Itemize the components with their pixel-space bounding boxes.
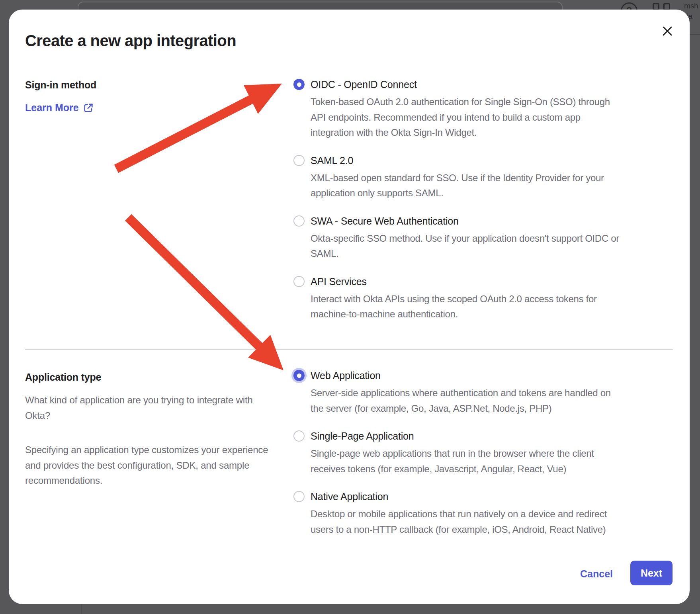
- signin-method-radio-group: OIDC - OpenID Connect Token-based OAuth …: [293, 78, 624, 335]
- radio-option-label: Web Application: [311, 369, 624, 382]
- radio-option-api-services[interactable]: API Services Interact with Okta APIs usi…: [293, 275, 624, 322]
- learn-more-label: Learn More: [25, 102, 79, 113]
- radio-option-description: Single-page web applications that run in…: [311, 446, 624, 477]
- radio-option-label: Single-Page Application: [311, 429, 624, 443]
- account-text-line1: msh: [684, 2, 698, 10]
- radio-option-description: Desktop or mobile applications that run …: [311, 506, 624, 537]
- radio-selected-icon[interactable]: [293, 370, 305, 381]
- radio-option-description: Okta-specific SSO method. Use if your ap…: [311, 231, 624, 262]
- radio-option-label: API Services: [311, 275, 624, 288]
- section-divider: [25, 349, 673, 350]
- radio-option-single-page-application[interactable]: Single-Page Application Single-page web …: [293, 429, 624, 477]
- create-app-integration-modal: Create a new app integration Sign-in met…: [9, 10, 690, 604]
- radio-option-label: SWA - Secure Web Authentication: [311, 214, 624, 228]
- radio-option-description: XML-based open standard for SSO. Use if …: [311, 170, 624, 201]
- application-type-radio-group: Web Application Server-side applications…: [293, 369, 624, 550]
- close-button[interactable]: [660, 24, 675, 38]
- screen: ? msh kta Create a new app integration S…: [0, 0, 700, 614]
- application-type-label: Application type: [25, 370, 101, 384]
- radio-option-native-application[interactable]: Native Application Desktop or mobile app…: [293, 490, 624, 537]
- radio-unselected-icon[interactable]: [293, 276, 305, 287]
- radio-unselected-icon[interactable]: [293, 215, 305, 227]
- radio-option-label: Native Application: [311, 490, 624, 503]
- background-sidebar-divider: [81, 604, 82, 614]
- learn-more-link[interactable]: Learn More: [25, 102, 94, 113]
- radio-option-description: Server-side applications where authentic…: [311, 385, 624, 416]
- application-type-description-2: Specifying an application type customize…: [25, 442, 270, 489]
- radio-unselected-icon[interactable]: [293, 491, 305, 502]
- cancel-button[interactable]: Cancel: [580, 567, 613, 581]
- application-type-description-1: What kind of application are you trying …: [25, 393, 270, 423]
- radio-option-web-application[interactable]: Web Application Server-side applications…: [293, 369, 624, 416]
- radio-selected-icon[interactable]: [293, 79, 305, 90]
- external-link-icon: [83, 102, 94, 113]
- radio-option-label: SAML 2.0: [311, 154, 624, 167]
- radio-option-oidc[interactable]: OIDC - OpenID Connect Token-based OAuth …: [293, 78, 624, 141]
- radio-option-saml[interactable]: SAML 2.0 XML-based open standard for SSO…: [293, 154, 624, 201]
- radio-option-description: Token-based OAuth 2.0 authentication for…: [311, 94, 624, 141]
- radio-unselected-icon[interactable]: [293, 155, 305, 166]
- modal-title: Create a new app integration: [25, 32, 236, 50]
- radio-option-label: OIDC - OpenID Connect: [311, 78, 624, 91]
- next-button[interactable]: Next: [630, 561, 673, 585]
- radio-option-description: Interact with Okta APIs using the scoped…: [311, 291, 624, 322]
- signin-method-label: Sign-in method: [25, 78, 96, 92]
- radio-unselected-icon[interactable]: [293, 430, 305, 442]
- close-icon: [660, 24, 675, 38]
- radio-option-swa[interactable]: SWA - Secure Web Authentication Okta-spe…: [293, 214, 624, 262]
